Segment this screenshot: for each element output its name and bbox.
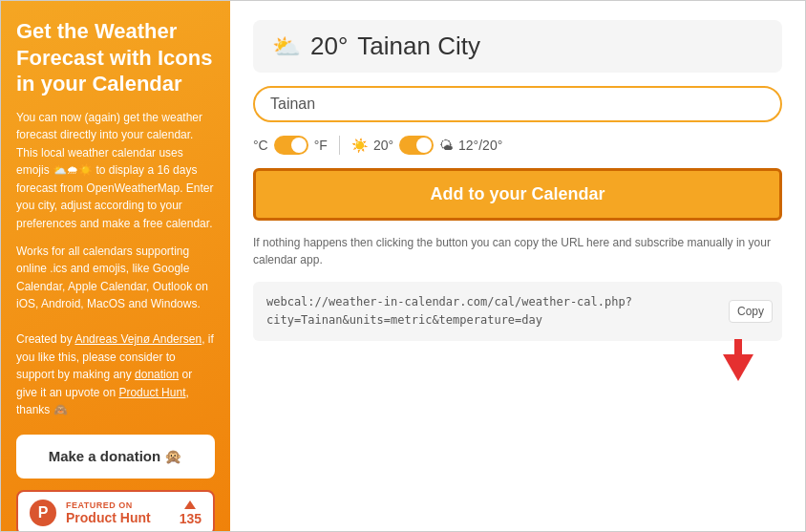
unit-toggle-group: °C °F xyxy=(253,136,328,155)
description-block: You can now (again) get the weather fore… xyxy=(16,109,215,233)
ph-logo-icon: P xyxy=(30,500,56,526)
helper-text: If nothing happens then clicking the but… xyxy=(253,234,782,268)
partly-cloudy-icon: 🌤 xyxy=(439,138,453,153)
weather-header: ⛅ 20° Tainan City xyxy=(253,20,782,73)
left-panel: Get the Weather Forecast with Icons in y… xyxy=(1,1,230,531)
url-text: webcal://weather-in-calendar.com/cal/wea… xyxy=(266,295,632,327)
donation-link[interactable]: donation xyxy=(135,368,179,381)
sun-icon: ☀️ xyxy=(351,138,368,153)
right-panel: ⛅ 20° Tainan City °C °F ☀️ 20° 🌤 12°/20°… xyxy=(230,1,805,531)
settings-row: °C °F ☀️ 20° 🌤 12°/20° xyxy=(253,136,782,155)
celsius-label: °C xyxy=(253,138,268,153)
ph-votes-block: 135 xyxy=(180,500,202,526)
weather-cloud-icon: ⛅ xyxy=(272,33,301,60)
red-arrow-icon xyxy=(723,354,753,381)
ph-text-block: FEATURED ON Product Hunt xyxy=(66,500,151,525)
donate-button[interactable]: Make a donation 🙊 xyxy=(16,435,215,479)
temp-range-label: 12°/20° xyxy=(458,138,502,153)
temp-display-toggle[interactable] xyxy=(399,136,434,155)
product-hunt-badge[interactable]: P FEATURED ON Product Hunt 135 xyxy=(16,490,215,532)
unit-toggle[interactable] xyxy=(274,136,308,155)
copy-button[interactable]: Copy xyxy=(729,300,773,323)
ph-upvote-arrow-icon xyxy=(184,500,196,509)
temp-20-label: 20° xyxy=(373,138,393,153)
creator-prefix: Created by xyxy=(16,332,74,346)
add-to-calendar-button[interactable]: Add to your Calendar xyxy=(253,168,782,221)
weather-temperature: 20° xyxy=(310,32,348,61)
temp-display-group: ☀️ 20° 🌤 12°/20° xyxy=(351,136,502,155)
city-input[interactable] xyxy=(253,86,782,122)
ph-vote-count: 135 xyxy=(180,511,202,526)
ph-name-label: Product Hunt xyxy=(66,510,151,525)
ph-featured-label: FEATURED ON xyxy=(66,500,151,510)
fahrenheit-label: °F xyxy=(314,138,328,153)
arrow-indicator xyxy=(253,354,782,381)
creator-block: Created by Andreas Vejnø Andersen, if yo… xyxy=(16,330,215,419)
settings-separator xyxy=(339,136,340,155)
creator-link[interactable]: Andreas Vejnø Andersen xyxy=(74,332,202,346)
emoji-icons: ⛅🌧☀️ xyxy=(53,163,93,177)
product-hunt-link[interactable]: Product Hunt xyxy=(118,386,185,399)
description-works: Works for all calendars supporting onlin… xyxy=(16,243,215,313)
url-box: webcal://weather-in-calendar.com/cal/wea… xyxy=(253,282,782,341)
main-title: Get the Weather Forecast with Icons in y… xyxy=(16,18,215,97)
weather-city-name: Tainan City xyxy=(357,32,480,61)
